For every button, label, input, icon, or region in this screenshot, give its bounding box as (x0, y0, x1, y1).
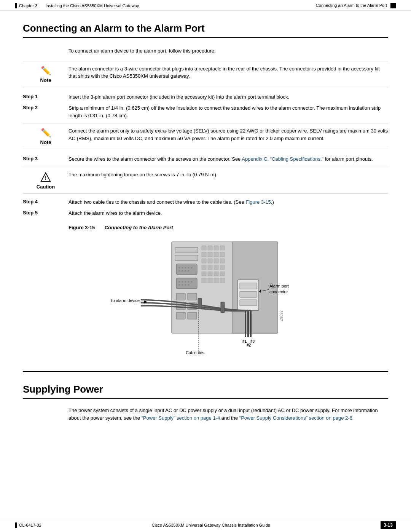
note1-label: Note (40, 77, 51, 83)
svg-text:connector: connector (269, 289, 288, 294)
svg-rect-57 (240, 283, 257, 289)
figure-caption-text: Connecting to the Alarm Port (105, 225, 173, 230)
svg-text:#3: #3 (250, 339, 255, 343)
svg-rect-26 (202, 278, 206, 283)
header-left: Chapter 3 Installing the Cisco AS5350XM … (15, 3, 139, 8)
section1-title: Connecting an Alarm to the Alarm Port (23, 22, 388, 38)
step4-link[interactable]: Figure 3-15 (245, 199, 271, 205)
svg-point-46 (178, 284, 180, 286)
svg-rect-50 (176, 293, 185, 300)
svg-rect-14 (202, 259, 206, 263)
footer-left-bar (15, 522, 17, 528)
svg-rect-29 (220, 278, 225, 283)
figure-caption: Figure 3-15 Connecting to the Alarm Port (68, 225, 388, 230)
svg-rect-27 (208, 278, 212, 283)
footer-right: 3-13 (381, 521, 396, 529)
svg-point-42 (182, 281, 183, 283)
svg-text:#2: #2 (247, 343, 251, 347)
caution-box: ! Caution The maximum tightening torque … (23, 167, 388, 194)
svg-rect-10 (202, 252, 206, 257)
step1-label: Step 1 (23, 93, 68, 99)
supply-link1[interactable]: “Power Supply” section on page 1-4 (142, 415, 220, 421)
svg-text:Alarm port: Alarm port (269, 284, 289, 288)
note2-icon-area: ✏️ Note (23, 127, 68, 145)
supply-link2[interactable]: “Power Supply Considerations” section on… (239, 415, 352, 421)
section2-title: Supplying Power (23, 383, 388, 399)
svg-point-34 (185, 267, 186, 268)
svg-text:To alarm device: To alarm device (110, 298, 140, 303)
header-right-title: Connecting an Alarm to the Alarm Port (316, 3, 387, 8)
caution-triangle-icon: ! (40, 172, 51, 182)
step2-label: Step 2 (23, 104, 68, 110)
svg-rect-16 (214, 259, 218, 263)
note2-box: ✏️ Note Connect the alarm port only to a… (23, 123, 388, 149)
svg-rect-61 (221, 302, 225, 313)
svg-point-49 (188, 284, 189, 286)
svg-point-44 (188, 281, 189, 283)
svg-point-41 (178, 281, 180, 283)
svg-rect-6 (202, 246, 206, 250)
svg-point-33 (182, 267, 183, 268)
step4-label: Step 4 (23, 198, 68, 204)
svg-point-35 (188, 267, 189, 268)
svg-rect-28 (214, 278, 218, 283)
svg-rect-58 (240, 291, 257, 297)
supply-para-after: . (352, 415, 354, 421)
step5-text: Attach the alarm wires to the alarm devi… (68, 209, 388, 217)
header-separator (40, 3, 43, 8)
svg-rect-17 (220, 259, 225, 263)
note2-label: Note (40, 139, 51, 145)
step1-text: Insert the 3-pin alarm port connector (i… (68, 93, 388, 101)
main-content: Connecting an Alarm to the Alarm Port To… (0, 11, 411, 445)
step4-text: Attach two cable ties to the chassis and… (68, 198, 388, 206)
step3-link1[interactable]: Appendix C, “Cabling Specifications,” (242, 156, 323, 162)
step2-row: Step 2 Strip a minimum of 1/4 in. (0.625… (23, 104, 388, 119)
svg-rect-18 (202, 265, 206, 270)
step3-row: Step 3 Secure the wires to the alarm con… (23, 155, 388, 163)
svg-rect-22 (202, 272, 206, 276)
note1-pencil-icon: ✏️ (41, 66, 51, 76)
figure-area: Figure 3-15 Connecting to the Alarm Port (23, 225, 388, 360)
svg-rect-24 (214, 272, 218, 276)
svg-point-38 (182, 270, 183, 272)
note2-pencil-icon: ✏️ (41, 128, 51, 138)
step1-row: Step 1 Insert the 3-pin alarm port conne… (23, 93, 388, 101)
svg-rect-11 (208, 252, 212, 257)
svg-rect-59 (240, 300, 257, 306)
svg-point-37 (178, 270, 180, 272)
svg-text:!: ! (45, 176, 46, 181)
svg-rect-19 (208, 265, 212, 270)
header-right: Connecting an Alarm to the Alarm Port (316, 3, 396, 8)
svg-rect-12 (214, 252, 218, 257)
header-right-bar (390, 3, 396, 8)
footer-left: OL-6417-02 (15, 522, 41, 528)
step2-text: Strip a minimum of 1/4 in. (0.625 cm) of… (68, 104, 388, 119)
page-header: Chapter 3 Installing the Cisco AS5350XM … (0, 0, 411, 11)
svg-point-39 (185, 270, 186, 272)
svg-rect-8 (214, 246, 218, 250)
svg-point-45 (191, 281, 192, 283)
svg-text:#1: #1 (242, 339, 247, 343)
svg-text:35967: 35967 (279, 310, 283, 321)
note1-text: The alarm connector is a 3-wire connecto… (68, 65, 388, 80)
svg-point-32 (178, 267, 180, 268)
note2-text: Connect the alarm port only to a safety … (68, 127, 388, 142)
step4-row: Step 4 Attach two cable ties to the chas… (23, 198, 388, 206)
svg-rect-4 (175, 248, 198, 253)
footer-page: 3-13 (381, 521, 396, 529)
svg-point-43 (185, 281, 186, 283)
svg-rect-9 (220, 246, 225, 250)
figure-number: Figure 3-15 (68, 225, 95, 230)
svg-rect-13 (220, 252, 225, 257)
svg-rect-23 (208, 272, 212, 276)
header-left-bar (15, 3, 17, 8)
svg-point-48 (185, 284, 186, 286)
step4-text-after: .) (271, 199, 274, 205)
section2-para: The power system consists of a single in… (68, 407, 388, 423)
note1-box: ✏️ Note The alarm connector is a 3-wire … (23, 61, 388, 87)
section-divider (23, 371, 388, 372)
step3-text-after: for alarm port pinouts. (323, 156, 373, 162)
section1-intro: To connect an alarm device to the alarm … (68, 47, 388, 55)
svg-rect-21 (220, 265, 225, 270)
step3-label: Step 3 (23, 155, 68, 161)
